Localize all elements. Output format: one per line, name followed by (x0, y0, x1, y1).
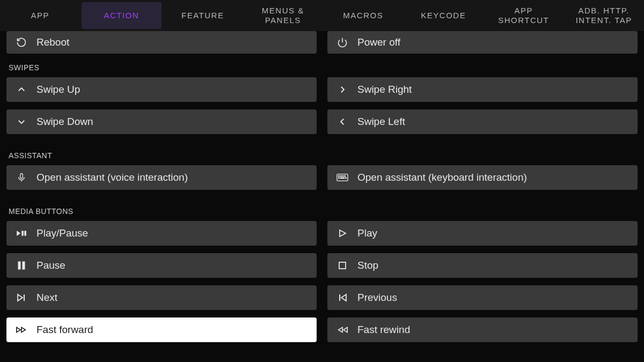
section-header-assistant: ASSISTANT (6, 142, 638, 165)
action-label: Open assistant (voice interaction) (36, 172, 188, 183)
action-label: Stop (357, 260, 378, 271)
chevron-up-icon (14, 85, 29, 94)
action-swipe-left[interactable]: Swipe Left (327, 109, 638, 134)
action-next[interactable]: Next (6, 285, 317, 310)
svg-marker-25 (343, 327, 347, 332)
svg-marker-16 (18, 294, 23, 301)
svg-rect-13 (25, 231, 26, 235)
tab-feature[interactable]: FEATURE (163, 0, 243, 31)
tab-bar: APP ACTION FEATURE MENUS & PANELS MACROS… (0, 0, 644, 31)
play-icon (335, 229, 350, 238)
action-previous[interactable]: Previous (327, 285, 638, 310)
tab-keycode[interactable]: KEYCODE (404, 0, 484, 31)
tab-label: APP (31, 11, 49, 20)
svg-rect-9 (340, 178, 344, 179)
action-play[interactable]: Play (327, 221, 638, 246)
action-play-pause[interactable]: Play/Pause (6, 221, 317, 246)
action-label: Pause (36, 260, 65, 271)
svg-rect-7 (345, 175, 346, 176)
play-pause-icon (14, 230, 29, 237)
keyboard-icon (335, 173, 350, 182)
action-label: Power off (357, 36, 400, 48)
svg-rect-1 (20, 174, 23, 179)
action-label: Swipe Up (36, 84, 80, 95)
tab-adb-http[interactable]: ADB. HTTP. INTENT. TAP (564, 0, 645, 31)
tab-label: MACROS (343, 11, 383, 20)
action-label: Swipe Right (357, 84, 412, 95)
svg-marker-23 (341, 294, 346, 301)
action-label: Play (357, 227, 377, 239)
tab-label: ADB. HTTP. INTENT. TAP (576, 6, 632, 25)
action-power-off[interactable]: Power off (327, 31, 638, 54)
tab-label: KEYCODE (421, 11, 466, 20)
svg-rect-10 (346, 178, 347, 179)
tab-label: FEATURE (181, 11, 224, 20)
chevron-left-icon (335, 117, 350, 127)
microphone-icon (14, 172, 29, 183)
action-label: Previous (357, 292, 397, 304)
action-label: Swipe Down (36, 116, 93, 128)
action-swipe-right[interactable]: Swipe Right (327, 77, 638, 102)
chevron-down-icon (14, 117, 29, 127)
svg-marker-20 (340, 230, 346, 237)
svg-marker-11 (17, 231, 20, 235)
action-label: Play/Pause (36, 227, 88, 239)
tab-macros[interactable]: MACROS (323, 0, 404, 31)
section-header-swipes: SWIPES (6, 54, 638, 77)
tab-label: MENUS & PANELS (262, 6, 304, 25)
tab-action[interactable]: ACTION (82, 2, 162, 29)
action-label: Open assistant (keyboard interaction) (357, 172, 527, 183)
action-assistant-keyboard[interactable]: Open assistant (keyboard interaction) (327, 165, 638, 190)
fast-forward-icon (14, 326, 29, 334)
action-label: Reboot (36, 36, 69, 48)
tab-label: APP SHORTCUT (498, 6, 549, 25)
action-stop[interactable]: Stop (327, 253, 638, 278)
action-fast-forward[interactable]: Fast forward (6, 317, 317, 342)
svg-marker-24 (339, 327, 342, 332)
power-icon (335, 37, 350, 48)
svg-marker-18 (17, 327, 20, 332)
tab-label: ACTION (104, 11, 139, 20)
action-swipe-down[interactable]: Swipe Down (6, 109, 317, 134)
svg-rect-4 (339, 175, 340, 176)
svg-rect-6 (342, 175, 343, 176)
skip-previous-icon (335, 293, 350, 302)
fast-rewind-icon (335, 326, 350, 334)
tab-app-shortcut[interactable]: APP SHORTCUT (484, 0, 564, 31)
action-label: Swipe Left (357, 116, 405, 128)
action-assistant-voice[interactable]: Open assistant (voice interaction) (6, 165, 317, 190)
content-area: Reboot Power off SWIPES Swipe Up (0, 31, 644, 350)
reboot-icon (14, 37, 29, 48)
action-pause[interactable]: Pause (6, 253, 317, 278)
svg-rect-15 (23, 262, 25, 269)
pause-icon (14, 261, 29, 270)
svg-rect-5 (340, 175, 341, 176)
action-swipe-up[interactable]: Swipe Up (6, 77, 317, 102)
svg-rect-8 (339, 178, 340, 179)
skip-next-icon (14, 293, 29, 302)
svg-rect-14 (18, 262, 20, 269)
svg-marker-19 (21, 327, 25, 332)
action-label: Fast forward (36, 324, 93, 336)
svg-rect-12 (22, 231, 24, 235)
section-header-media: MEDIA BUTTONS (6, 197, 638, 221)
action-reboot[interactable]: Reboot (6, 31, 317, 54)
chevron-right-icon (335, 85, 350, 94)
action-label: Next (36, 292, 57, 304)
stop-icon (335, 261, 350, 270)
tab-menus-panels[interactable]: MENUS & PANELS (243, 0, 324, 31)
action-label: Fast rewind (357, 324, 410, 336)
action-fast-rewind[interactable]: Fast rewind (327, 317, 638, 342)
svg-rect-21 (339, 262, 346, 269)
tab-app[interactable]: APP (0, 0, 80, 31)
